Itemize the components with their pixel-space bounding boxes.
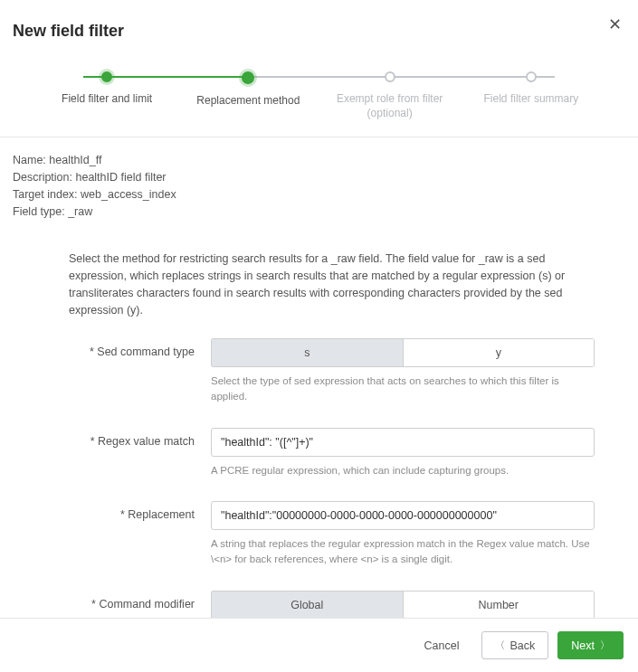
sed-command-segmented: s y bbox=[211, 338, 595, 367]
cancel-button[interactable]: Cancel bbox=[412, 633, 472, 658]
new-field-filter-modal: ✕ New field filter Field filter and limi… bbox=[0, 0, 638, 672]
wizard-stepper: Field filter and limit Replacement metho… bbox=[0, 46, 638, 137]
back-button-label: Back bbox=[510, 639, 536, 652]
meta-fieldtype-value: _raw bbox=[68, 205, 92, 218]
meta-name-label: Name: bbox=[13, 154, 46, 166]
helper-sed-command: Select the type of sed expression that a… bbox=[211, 374, 595, 403]
step-label: Field filter summary bbox=[484, 91, 579, 106]
meta-field-type: Field type: _raw bbox=[13, 203, 625, 221]
regex-value-input[interactable] bbox=[211, 428, 595, 457]
meta-name-value: healthId_ff bbox=[49, 154, 101, 166]
close-icon: ✕ bbox=[608, 15, 622, 33]
meta-description: Description: healthID field filter bbox=[13, 169, 625, 186]
step-dot-icon bbox=[526, 71, 537, 82]
sed-option-s[interactable]: s bbox=[211, 338, 404, 367]
next-button-label: Next bbox=[571, 639, 595, 652]
label-command-modifier: * Command modifier bbox=[43, 591, 211, 610]
close-button[interactable]: ✕ bbox=[608, 16, 622, 33]
step-dot-icon bbox=[101, 71, 112, 82]
meta-desc-value: healthID field filter bbox=[75, 171, 166, 184]
field-regex-value-match: * Regex value match A PCRE regular expre… bbox=[43, 428, 595, 478]
modifier-option-global[interactable]: Global bbox=[211, 591, 404, 620]
meta-desc-label: Description: bbox=[13, 171, 72, 184]
section-description: Select the method for restricting search… bbox=[69, 251, 569, 318]
chevron-right-icon: 〉 bbox=[600, 639, 610, 652]
helper-regex: A PCRE regular expression, which can inc… bbox=[211, 463, 595, 478]
modal-footer: Cancel 〈 Back Next 〉 bbox=[0, 618, 638, 672]
step-dot-icon bbox=[242, 71, 254, 84]
step-exempt-role: Exempt role from filter (optional) bbox=[319, 71, 461, 120]
chevron-left-icon: 〈 bbox=[495, 639, 505, 652]
meta-target-index: Target index: web_access_index bbox=[13, 186, 625, 203]
meta-target-value: web_access_index bbox=[81, 188, 176, 201]
step-field-filter-limit[interactable]: Field filter and limit bbox=[36, 71, 177, 120]
helper-replacement: A string that replaces the regular expre… bbox=[211, 536, 595, 566]
stepper-line-2 bbox=[243, 76, 395, 78]
sed-option-y[interactable]: y bbox=[404, 338, 595, 367]
form-body: Select the method for restricting search… bbox=[0, 234, 638, 672]
replacement-input[interactable] bbox=[211, 501, 595, 530]
label-sed-command-type: * Sed command type bbox=[43, 338, 211, 358]
modal-title: New field filter bbox=[0, 0, 638, 46]
meta-name: Name: healthId_ff bbox=[13, 152, 625, 169]
filter-meta: Name: healthId_ff Description: healthID … bbox=[0, 137, 638, 234]
label-regex-value-match: * Regex value match bbox=[43, 428, 211, 448]
step-label: Field filter and limit bbox=[62, 91, 152, 106]
back-button[interactable]: 〈 Back bbox=[481, 631, 549, 659]
meta-fieldtype-label: Field type: bbox=[13, 205, 65, 218]
meta-target-label: Target index: bbox=[13, 188, 78, 201]
command-modifier-segmented: Global Number bbox=[211, 591, 595, 620]
field-replacement: * Replacement A string that replaces the… bbox=[43, 501, 595, 566]
step-dot-icon bbox=[385, 71, 395, 82]
modifier-option-number[interactable]: Number bbox=[404, 591, 595, 620]
field-sed-command-type: * Sed command type s y Select the type o… bbox=[43, 338, 595, 403]
step-summary: Field filter summary bbox=[461, 71, 602, 120]
step-label: Exempt role from filter (optional) bbox=[337, 91, 443, 120]
label-replacement: * Replacement bbox=[43, 501, 211, 521]
next-button[interactable]: Next 〉 bbox=[557, 631, 624, 659]
step-label: Replacement method bbox=[196, 93, 300, 108]
step-replacement-method[interactable]: Replacement method bbox=[177, 71, 319, 120]
